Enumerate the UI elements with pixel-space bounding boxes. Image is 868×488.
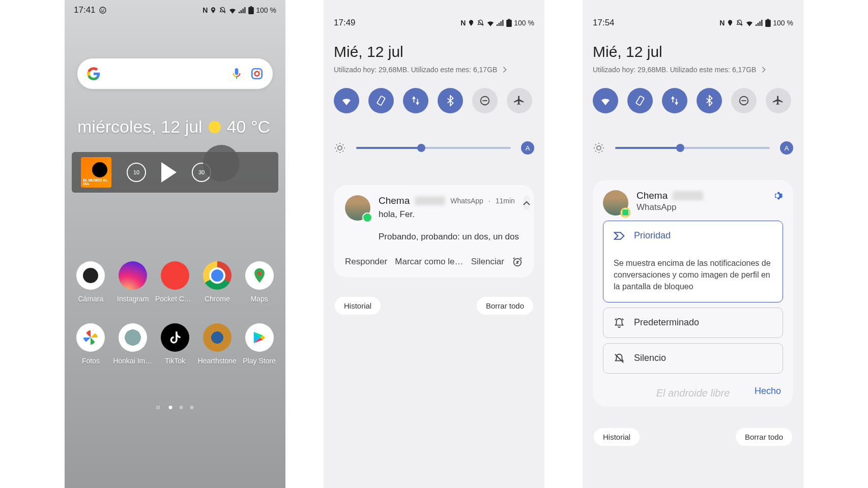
lens-icon[interactable] [250,67,264,80]
settings-gear-icon[interactable] [772,190,783,201]
app-honkai[interactable]: Honkai Imp… [112,323,153,365]
shade-footer: Historial Borrar todo [593,428,793,446]
chevron-right-icon [502,66,507,73]
date-weather-widget[interactable]: miércoles, 12 jul 40 °C [77,117,273,137]
clear-all-button[interactable]: Borrar todo [736,428,792,446]
app-pocketcasts[interactable]: Pocket Casts [155,261,195,303]
data-usage[interactable]: Utilizado hoy: 29,68MB. Utilizado este m… [334,66,534,74]
auto-brightness-button[interactable]: A [521,141,534,155]
brightness-track[interactable] [356,147,511,149]
notification-card[interactable]: Chema WhatsApp · 11min hola, Fer. Proban… [334,185,534,278]
priority-icon [614,231,625,240]
default-option[interactable]: Predeterminado [603,308,783,338]
svg-rect-14 [503,20,504,26]
qs-rotation[interactable] [627,88,653,113]
temperature-text: 40 °C [227,117,270,137]
auto-brightness-button[interactable]: A [780,141,793,155]
chrome-icon [203,261,232,290]
battery-icon [248,6,254,14]
qs-data[interactable] [662,88,687,113]
qs-dnd[interactable] [731,88,757,113]
google-logo-icon [86,67,101,81]
data-usage[interactable]: Utilizado hoy: 29,68MB. Utilizado este m… [593,66,793,74]
silence-option[interactable]: Silencio [603,343,783,374]
sun-icon [209,121,221,133]
status-time: 17:54 [593,18,615,28]
honkai-icon [119,323,147,352]
nfc-icon: N [719,19,725,27]
svg-rect-25 [765,20,771,27]
brightness-track[interactable] [615,147,770,149]
svg-rect-21 [756,24,757,26]
app-tiktok[interactable]: TikTok [155,323,195,365]
qs-airplane[interactable] [766,88,791,113]
snooze-icon[interactable] [512,256,523,267]
svg-point-8 [255,72,259,76]
brightness-slider[interactable]: A [334,141,534,155]
priority-option[interactable]: Prioridad Se muestra encima de las notif… [603,221,783,302]
silent-icon [477,19,484,27]
tiktok-icon [161,323,189,352]
rewind-button[interactable]: 10 [127,163,146,182]
app-instagram[interactable]: Instagram [112,261,153,303]
qs-dnd[interactable] [472,88,498,113]
assistive-dot[interactable] [203,145,240,181]
svg-rect-16 [508,19,510,20]
wifi-icon [228,7,237,14]
svg-rect-15 [506,20,512,27]
qs-rotation[interactable] [368,88,394,113]
location-icon [468,19,475,26]
wifi-icon [745,19,754,26]
history-button[interactable]: Historial [335,297,381,315]
qs-data[interactable] [403,88,428,113]
voice-search-icon[interactable] [230,67,243,80]
history-button[interactable]: Historial [594,428,640,446]
svg-rect-27 [636,96,644,106]
playstore-icon [245,323,274,352]
media-player-widget[interactable]: EL MUNDO AL DIA 10 30 [72,152,278,193]
svg-rect-5 [248,7,254,14]
svg-rect-6 [250,6,252,7]
battery-pct: 100 % [773,19,793,27]
collapse-button[interactable] [523,195,530,210]
svg-rect-24 [762,20,763,26]
brightness-slider[interactable]: A [593,141,793,155]
status-bar: 17:54 N 100 % [593,0,793,28]
shade-date: Mié, 12 jul [593,43,793,60]
svg-rect-3 [243,9,244,13]
app-hearthstone[interactable]: Hearthstone [197,323,238,365]
whatsapp-badge-icon [362,212,372,223]
qs-wifi[interactable] [334,88,359,113]
qs-airplane[interactable] [507,88,532,113]
page-indicator [157,406,194,409]
instagram-icon [119,261,147,290]
svg-point-0 [100,7,106,13]
quick-settings [334,88,534,113]
notif-source: WhatsApp [450,197,483,205]
signal-icon [239,7,246,14]
app-photos[interactable]: Fotos [70,323,111,365]
mute-button[interactable]: Silenciar [471,257,504,267]
battery-icon [765,19,771,27]
app-name: WhatsApp [636,202,764,212]
battery-icon [506,19,512,27]
location-icon [210,7,217,14]
qs-bluetooth[interactable] [697,88,722,113]
app-camera[interactable]: Cámara [70,261,111,303]
svg-rect-11 [497,24,498,26]
app-chrome[interactable]: Chrome [197,261,238,303]
redacted-surname [415,196,445,205]
app-playstore[interactable]: Play Store [239,323,280,365]
qs-bluetooth[interactable] [438,88,463,113]
play-button[interactable] [161,162,177,182]
mark-read-button[interactable]: Marcar como le… [395,257,463,267]
google-search-bar[interactable] [77,58,273,89]
reply-button[interactable]: Responder [345,257,387,267]
qs-wifi[interactable] [593,88,618,113]
app-maps[interactable]: Maps [239,261,280,303]
app-row-2: Fotos Honkai Imp… TikTok Hearthstone Pla… [70,323,280,365]
svg-rect-2 [241,10,242,13]
nfc-icon: N [460,19,466,27]
clear-all-button[interactable]: Borrar todo [477,297,533,315]
sender-name: Chema [636,190,668,201]
